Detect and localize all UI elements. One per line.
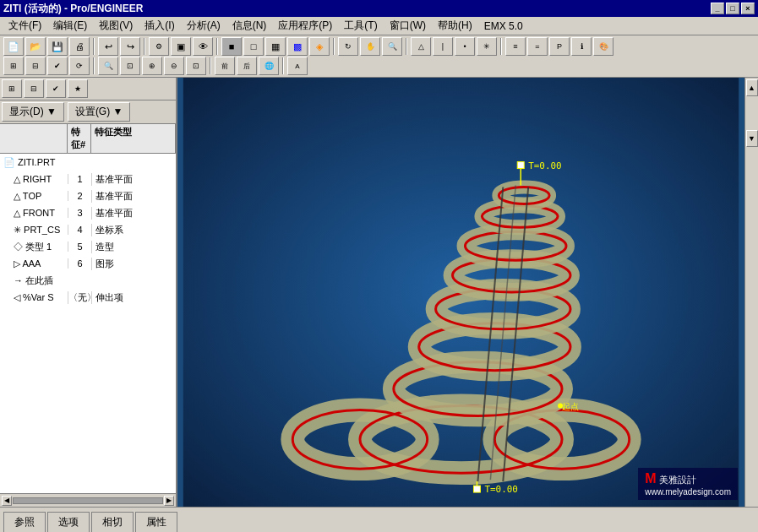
tree-item-num: 4: [68, 225, 91, 235]
spin-button[interactable]: ↻: [338, 37, 358, 56]
tree-item[interactable]: △ FRONT3基准平面: [0, 204, 176, 221]
menu-item-t[interactable]: 工具(T): [339, 17, 382, 35]
feature-btn3[interactable]: ✔: [47, 57, 68, 75]
svg-text:起点: 起点: [562, 402, 579, 411]
tree-item-name: △ TOP: [0, 191, 68, 202]
open-button[interactable]: 📂: [25, 37, 46, 56]
settings-menu[interactable]: 设置(G) ▼: [68, 102, 131, 122]
datum-plane-button[interactable]: △: [411, 37, 431, 56]
title-bar: ZITI (活动的) - Pro/ENGINEER _ □ ×: [0, 0, 758, 17]
tree-item[interactable]: ▷ AAA6图形: [0, 255, 176, 272]
separator-2: [144, 38, 145, 55]
menu-item-f[interactable]: 文件(F): [3, 17, 46, 35]
menu-item-v[interactable]: 视图(V): [94, 17, 138, 35]
extra-btn1[interactable]: A: [287, 57, 308, 75]
viewmgr-button[interactable]: 👁: [193, 37, 213, 56]
tree-item-type: 坐标系: [91, 224, 176, 236]
orient-back-button[interactable]: 后: [237, 57, 257, 75]
tree-item[interactable]: 📄 ZITI.PRT: [0, 154, 176, 171]
relations-button[interactable]: =: [527, 37, 548, 56]
menu-item-w[interactable]: 窗口(W): [384, 17, 431, 35]
scroll-left-button[interactable]: ◀: [2, 496, 12, 506]
tree-item[interactable]: → 在此插: [0, 272, 176, 289]
bottom-tab-参照[interactable]: 参照: [3, 512, 46, 532]
menu-item-p[interactable]: 应用程序(P): [273, 17, 337, 35]
minimize-button[interactable]: _: [711, 3, 724, 14]
csys-button[interactable]: ✳: [477, 37, 497, 56]
orient-std-button[interactable]: 前: [215, 57, 235, 75]
feature-btn4[interactable]: ⟳: [69, 57, 90, 75]
feature-btn1[interactable]: ⊞: [3, 57, 24, 75]
menu-item-e[interactable]: 编辑(E): [48, 17, 92, 35]
redo-button[interactable]: ↪: [120, 37, 140, 56]
zoom-button[interactable]: 🔍: [382, 37, 402, 56]
tree-item[interactable]: △ RIGHT1基准平面: [0, 171, 176, 187]
bottom-tab-相切[interactable]: 相切: [91, 512, 134, 532]
layer-button[interactable]: ≡: [505, 37, 526, 56]
display-menu[interactable]: 显示(D) ▼: [2, 102, 64, 122]
svg-point-31: [558, 403, 563, 408]
zoom-fit-button[interactable]: ⊡: [120, 57, 140, 75]
regen-button[interactable]: ⚙: [149, 37, 169, 56]
bottom-tab-属性[interactable]: 属性: [135, 512, 177, 532]
tree-item[interactable]: ✳ PRT_CS4坐标系: [0, 221, 176, 238]
globe-button[interactable]: 🌐: [259, 57, 279, 75]
feature-btn2[interactable]: ⊟: [25, 57, 46, 75]
tree-btn1[interactable]: ⊞: [2, 79, 22, 98]
color-button[interactable]: 🎨: [593, 37, 613, 56]
wireframe-button[interactable]: □: [243, 37, 264, 56]
bottom-tab-选项[interactable]: 选项: [47, 512, 90, 532]
zoom-out-button[interactable]: ⊖: [164, 57, 184, 75]
tree-item-name: ◁ %Var S: [0, 292, 68, 303]
maximize-button[interactable]: □: [726, 3, 739, 14]
nohidden-button[interactable]: ▩: [287, 37, 308, 56]
tree-item[interactable]: ◁ %Var S〈无〉伸出项: [0, 289, 176, 306]
new-button[interactable]: 📄: [3, 37, 24, 56]
model-info-button[interactable]: ℹ: [571, 37, 592, 56]
close-button[interactable]: ×: [741, 3, 755, 14]
tree-item[interactable]: △ TOP2基准平面: [0, 187, 176, 204]
separator-6: [500, 38, 502, 55]
menu-item-emx[interactable]: EMX 5.0: [479, 19, 528, 34]
shaded-button[interactable]: ■: [221, 37, 242, 56]
tree-item-name: 📄 ZITI.PRT: [0, 157, 68, 168]
repaint-button[interactable]: ▣: [171, 37, 191, 56]
right-arrow-up[interactable]: ▲: [746, 79, 758, 96]
right-arrow-down[interactable]: ▼: [746, 130, 758, 147]
menu-item-h[interactable]: 帮助(H): [433, 17, 477, 35]
tree-item-name: ✳ PRT_CS: [0, 225, 68, 236]
zoom-in-button[interactable]: ⊕: [142, 57, 162, 75]
viewport[interactable]: T=0.00 T=0.00 起点 M 美雅設計 www.melyadesign.…: [177, 78, 744, 507]
zoom-area-button[interactable]: ⊡: [186, 57, 206, 75]
main-area: ⊞ ⊟ ✔ ★ 显示(D) ▼ 设置(G) ▼ 特征# 特征类型 📄 ZITI.…: [0, 78, 758, 507]
pan-button[interactable]: ✋: [360, 37, 380, 56]
datum-axis-button[interactable]: |: [433, 37, 453, 56]
watermark-site: www.melyadesign.com: [645, 487, 731, 497]
watermark: M 美雅設計 www.melyadesign.com: [638, 468, 738, 500]
menu-item-n[interactable]: 信息(N): [227, 17, 272, 35]
save-button[interactable]: 💾: [47, 37, 68, 56]
tree-item[interactable]: ◇ 类型 15造型: [0, 238, 176, 255]
print-button[interactable]: 🖨: [69, 37, 90, 56]
tree-col-num-header: 特征#: [68, 124, 91, 153]
search-button[interactable]: 🔍: [98, 57, 118, 75]
toolbar-row-1: 📄 📂 💾 🖨 ↩ ↪ ⚙ ▣ 👁 ■ □ ▦ ▩ ◈ ↻ ✋ 🔍 △ | • …: [3, 37, 755, 56]
horizontal-scroll: ◀ ▶: [0, 493, 176, 507]
menu-item-a[interactable]: 分析(A): [182, 17, 226, 35]
tree-item-num: 2: [68, 191, 91, 201]
tree-col-name-header: [0, 124, 68, 153]
hidden-button[interactable]: ▦: [265, 37, 286, 56]
undo-button[interactable]: ↩: [98, 37, 118, 56]
tree-btn3[interactable]: ✔: [46, 79, 66, 98]
separator-5: [406, 38, 407, 55]
scroll-track[interactable]: [13, 497, 163, 504]
watermark-brand: 美雅設計: [659, 475, 696, 485]
param-button[interactable]: P: [549, 37, 570, 56]
datum-point-button[interactable]: •: [455, 37, 475, 56]
tree-item-type: 基准平面: [91, 207, 176, 220]
tree-btn2[interactable]: ⊟: [24, 79, 44, 98]
shading-button[interactable]: ◈: [309, 37, 330, 56]
menu-item-i[interactable]: 插入(I): [139, 17, 179, 35]
scroll-right-button[interactable]: ▶: [164, 496, 174, 506]
tree-btn4[interactable]: ★: [68, 79, 88, 98]
